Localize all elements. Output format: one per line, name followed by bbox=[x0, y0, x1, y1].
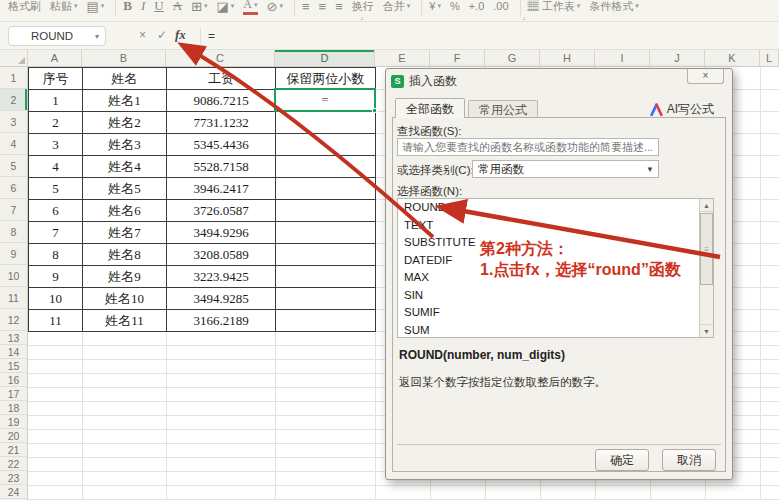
group-expander-icon[interactable]: ⌟ bbox=[522, 13, 525, 21]
table-cell[interactable] bbox=[276, 310, 376, 332]
formula-input[interactable]: = bbox=[208, 29, 215, 43]
scrollbar[interactable]: ▲ ≡ ▼ bbox=[699, 199, 713, 337]
row-header-2[interactable]: 2 bbox=[0, 89, 28, 111]
name-box[interactable]: ROUND ▾ bbox=[8, 26, 106, 46]
function-list-item-round[interactable]: ROUND bbox=[398, 199, 713, 217]
row-header-19[interactable]: 19 bbox=[0, 415, 28, 429]
row-header-9[interactable]: 9 bbox=[0, 243, 28, 265]
search-function-input[interactable] bbox=[397, 138, 659, 156]
table-cell[interactable]: 姓名1 bbox=[83, 90, 167, 112]
row-header-15[interactable]: 15 bbox=[0, 359, 28, 373]
row-header-22[interactable]: 22 bbox=[0, 457, 28, 471]
table-cell[interactable] bbox=[276, 288, 376, 310]
column-header-L[interactable]: L bbox=[760, 50, 779, 67]
row-header-10[interactable]: 10 bbox=[0, 265, 28, 287]
strikethrough-button[interactable]: A bbox=[173, 0, 182, 14]
align-center-button[interactable]: ≡ bbox=[319, 0, 327, 14]
table-cell[interactable]: 姓名7 bbox=[83, 222, 167, 244]
table-cell[interactable]: 9086.7215 bbox=[167, 90, 276, 112]
row-header-6[interactable]: 6 bbox=[0, 177, 28, 199]
row-header-8[interactable]: 8 bbox=[0, 221, 28, 243]
font-color-button[interactable]: A▾ bbox=[243, 0, 257, 15]
table-header-cell[interactable]: 工资 bbox=[167, 68, 276, 90]
table-cell[interactable]: 9 bbox=[29, 266, 83, 288]
table-cell[interactable]: 姓名6 bbox=[83, 200, 167, 222]
table-cell[interactable]: 姓名4 bbox=[83, 156, 167, 178]
clear-format-button[interactable]: ⊘▾ bbox=[267, 0, 283, 14]
table-cell[interactable]: 8 bbox=[29, 244, 83, 266]
italic-button[interactable]: I bbox=[141, 0, 145, 14]
underline-button[interactable]: U bbox=[154, 0, 163, 14]
table-cell[interactable]: 姓名3 bbox=[83, 134, 167, 156]
worksheet-button[interactable]: ▦ 工作表▾ bbox=[528, 0, 581, 14]
column-header-E[interactable]: E bbox=[375, 50, 430, 67]
row-header-1[interactable]: 1 bbox=[0, 67, 28, 89]
table-cell[interactable]: 3494.9285 bbox=[167, 288, 276, 310]
table-cell[interactable]: 7731.1232 bbox=[167, 112, 276, 134]
cancel-button[interactable]: 取消 bbox=[662, 449, 716, 471]
column-header-C[interactable]: C bbox=[166, 50, 275, 67]
tab-all-functions[interactable]: 全部函数 bbox=[395, 98, 465, 118]
column-header-H[interactable]: H bbox=[540, 50, 595, 67]
table-cell[interactable]: 10 bbox=[29, 288, 83, 310]
row-header-12[interactable]: 12 bbox=[0, 309, 28, 331]
table-header-cell[interactable]: 序号 bbox=[29, 68, 83, 90]
chevron-down-icon[interactable]: ▾ bbox=[95, 32, 99, 41]
scrollbar-thumb[interactable]: ≡ bbox=[700, 213, 713, 285]
fill-handle[interactable] bbox=[372, 108, 377, 113]
confirm-entry-button[interactable]: ✓ bbox=[157, 28, 167, 42]
table-cell[interactable] bbox=[276, 266, 376, 288]
table-cell[interactable]: 姓名10 bbox=[83, 288, 167, 310]
table-cell[interactable]: 11 bbox=[29, 310, 83, 332]
table-cell[interactable] bbox=[276, 178, 376, 200]
row-header-11[interactable]: 11 bbox=[0, 287, 28, 309]
function-list-item-sin[interactable]: SIN bbox=[398, 287, 713, 305]
table-cell[interactable]: 姓名11 bbox=[83, 310, 167, 332]
format-painter-button[interactable]: 格式刷 bbox=[8, 0, 41, 14]
table-cell[interactable] bbox=[276, 200, 376, 222]
group-expander-icon[interactable]: ⌟ bbox=[360, 13, 363, 21]
scroll-up-icon[interactable]: ▲ bbox=[700, 199, 713, 212]
align-left-button[interactable]: ≡ bbox=[302, 0, 310, 14]
function-list-item-sumif[interactable]: SUMIF bbox=[398, 304, 713, 322]
column-header-I[interactable]: I bbox=[595, 50, 650, 67]
row-header-14[interactable]: 14 bbox=[0, 345, 28, 359]
column-header-G[interactable]: G bbox=[485, 50, 540, 67]
row-header-24[interactable]: 24 bbox=[0, 485, 28, 499]
column-header-F[interactable]: F bbox=[430, 50, 485, 67]
percent-button[interactable]: % bbox=[450, 0, 460, 12]
table-cell[interactable] bbox=[276, 134, 376, 156]
bold-button[interactable]: B bbox=[123, 0, 132, 14]
table-cell[interactable]: 5 bbox=[29, 178, 83, 200]
column-header-D[interactable]: D bbox=[275, 50, 375, 67]
function-list-item-max[interactable]: MAX bbox=[398, 269, 713, 287]
row-header-7[interactable]: 7 bbox=[0, 199, 28, 221]
column-header-B[interactable]: B bbox=[82, 50, 166, 67]
table-cell[interactable]: 3166.2189 bbox=[167, 310, 276, 332]
column-header-A[interactable]: A bbox=[28, 50, 82, 67]
table-cell[interactable] bbox=[276, 244, 376, 266]
table-cell[interactable]: 3 bbox=[29, 134, 83, 156]
ok-button[interactable]: 确定 bbox=[595, 449, 649, 471]
row-header-23[interactable]: 23 bbox=[0, 471, 28, 485]
close-icon[interactable]: × bbox=[687, 69, 724, 84]
table-cell[interactable]: 5528.7158 bbox=[167, 156, 276, 178]
table-cell[interactable]: 姓名9 bbox=[83, 266, 167, 288]
row-header-3[interactable]: 3 bbox=[0, 111, 28, 133]
category-dropdown[interactable]: 常用函数 ▼ bbox=[472, 160, 659, 178]
insert-function-fx-button[interactable]: fx bbox=[175, 27, 186, 43]
table-cell[interactable]: 3494.9296 bbox=[167, 222, 276, 244]
paste-button[interactable]: 粘贴▾ bbox=[50, 0, 78, 14]
table-cell[interactable] bbox=[276, 222, 376, 244]
function-list-item-text[interactable]: TEXT bbox=[398, 217, 713, 235]
select-all-corner[interactable] bbox=[0, 50, 28, 67]
table-cell[interactable] bbox=[276, 156, 376, 178]
fill-color-button[interactable]: ◪▾ bbox=[217, 0, 235, 14]
currency-button[interactable]: ¥▾ bbox=[429, 0, 441, 12]
row-header-5[interactable]: 5 bbox=[0, 155, 28, 177]
increase-decimal-button[interactable]: +.0 bbox=[469, 0, 485, 12]
table-cell[interactable]: 姓名8 bbox=[83, 244, 167, 266]
merge-cells-button[interactable]: 合并▾ bbox=[383, 0, 411, 14]
dialog-title-bar[interactable]: S 插入函数 bbox=[386, 69, 732, 93]
table-cell[interactable] bbox=[276, 112, 376, 134]
